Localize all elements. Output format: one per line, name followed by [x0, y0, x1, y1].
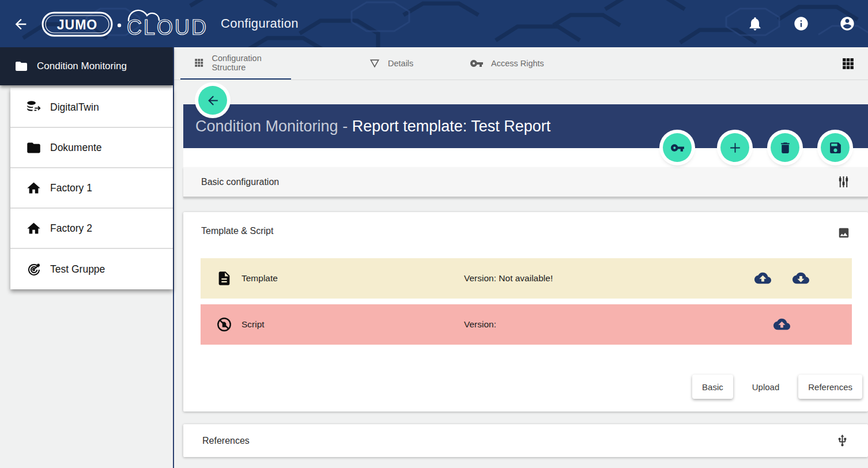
key-icon	[670, 141, 685, 155]
script-off-icon	[216, 316, 232, 333]
sidebar-item-dokumente[interactable]: Dokumente	[10, 128, 173, 168]
template-version-text: Version: Not available!	[464, 273, 553, 284]
tab-label: Access Rights	[491, 59, 544, 68]
tune-sliders-icon[interactable]	[837, 175, 850, 188]
entity-banner: Condition Monitoring - Report template: …	[183, 104, 868, 148]
script-row-label: Script	[241, 319, 265, 330]
basic-configuration-section[interactable]: Basic configuration	[183, 167, 868, 198]
sidebar-item-list: DigitalTwin Dokumente Factory 1 Factory …	[10, 88, 173, 289]
template-row-label: Template	[241, 273, 278, 284]
save-icon	[828, 141, 843, 155]
template-script-section: Template & Script Template Version: Not …	[183, 212, 868, 412]
references-section[interactable]: References	[183, 424, 868, 457]
back-fab-button[interactable]	[198, 86, 227, 115]
document-icon	[216, 270, 232, 286]
home-icon	[26, 180, 41, 196]
sidebar-item-digitaltwin[interactable]: DigitalTwin	[10, 88, 173, 128]
sidebar-header-label: Condition Monitoring	[37, 61, 127, 72]
basic-configuration-label: Basic configuration	[201, 177, 279, 187]
key-icon	[470, 56, 484, 70]
save-fab-button[interactable]	[821, 133, 850, 162]
sidebar-item-label: Factory 2	[50, 222, 92, 235]
references-label: References	[202, 436, 250, 446]
sidebar-item-test-gruppe[interactable]: Test Gruppe	[10, 249, 173, 289]
image-icon[interactable]	[837, 227, 850, 239]
page-title: Configuration	[221, 0, 299, 47]
references-button[interactable]: References	[798, 375, 862, 399]
sidebar-item-factory-2[interactable]: Factory 2	[10, 209, 173, 249]
target-icon	[26, 262, 41, 277]
account-icon[interactable]	[839, 16, 855, 32]
home-icon	[26, 221, 41, 236]
main-content: Configuration Structure Details Access R…	[174, 47, 868, 468]
tab-label: Configuration Structure	[212, 54, 291, 72]
folder-icon	[26, 140, 41, 156]
topbar-actions	[747, 0, 855, 47]
banner-spacer	[183, 148, 868, 167]
template-row: Template Version: Not available!	[201, 258, 852, 299]
template-script-footer: Basic Upload References	[183, 374, 862, 399]
grid-icon	[194, 57, 204, 69]
back-arrow-icon[interactable]	[13, 16, 29, 32]
digital-twin-icon	[26, 100, 41, 115]
banner-title-main: Report template: Test Report	[352, 118, 551, 135]
plus-icon	[728, 141, 742, 155]
delete-fab-button[interactable]	[771, 133, 799, 162]
tab-bar: Configuration Structure Details Access R…	[174, 47, 868, 80]
grid-view-icon[interactable]	[841, 56, 855, 71]
notifications-bell-icon[interactable]	[747, 16, 763, 32]
top-app-bar: JUMO CLOUD Configuration	[0, 0, 868, 47]
sidebar-item-label: Dokumente	[50, 142, 102, 154]
upload-button[interactable]: Upload	[742, 375, 790, 399]
cloud-download-icon[interactable]	[792, 270, 809, 286]
basic-button[interactable]: Basic	[692, 375, 733, 399]
arrow-left-icon	[206, 93, 220, 108]
brand-jumo-text: JUMO	[57, 17, 97, 32]
folder-icon	[14, 59, 28, 73]
sidebar-item-label: Factory 1	[50, 182, 92, 194]
funnel-icon	[369, 58, 380, 69]
tab-label: Details	[388, 59, 413, 68]
cloud-upload-icon[interactable]	[773, 316, 790, 333]
sidebar: Condition Monitoring DigitalTwin	[0, 47, 174, 468]
sidebar-item-label: Test Gruppe	[50, 263, 105, 275]
access-rights-fab-button[interactable]	[663, 133, 692, 162]
tab-access-rights[interactable]: Access Rights	[470, 47, 576, 80]
sidebar-header-condition-monitoring[interactable]: Condition Monitoring	[0, 47, 173, 85]
banner-title-prefix: Condition Monitoring -	[195, 118, 352, 135]
cloud-upload-icon[interactable]	[754, 270, 771, 286]
trash-icon	[778, 141, 792, 155]
tab-details[interactable]: Details	[369, 47, 438, 80]
brand-cloud-text: CLOUD	[127, 16, 208, 39]
jumo-cloud-logo: JUMO CLOUD	[40, 5, 213, 43]
usb-icon[interactable]	[836, 434, 849, 447]
template-script-title: Template & Script	[201, 226, 273, 236]
sidebar-item-factory-1[interactable]: Factory 1	[10, 168, 173, 209]
script-row: Script Version:	[201, 304, 852, 345]
add-fab-button[interactable]	[720, 133, 749, 162]
app-window: JUMO CLOUD Configuration Condition Monit…	[0, 0, 868, 468]
sidebar-item-label: DigitalTwin	[50, 101, 99, 114]
script-version-text: Version:	[464, 319, 496, 330]
info-icon[interactable]	[793, 16, 809, 32]
tab-configuration-structure[interactable]: Configuration Structure	[180, 47, 291, 80]
